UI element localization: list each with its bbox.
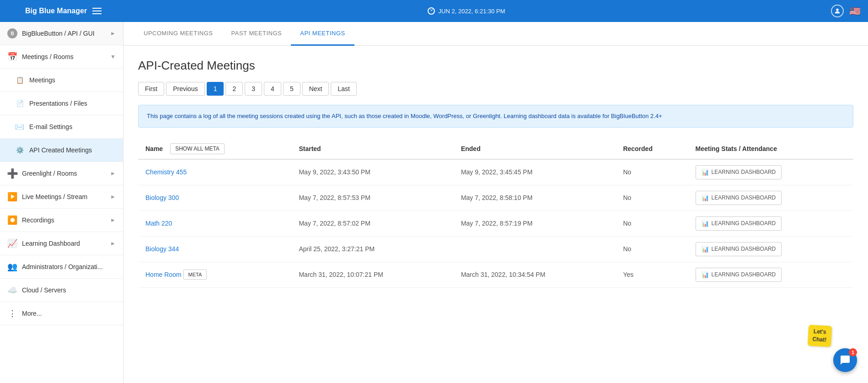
chevron-right-icon-3: ► [110, 194, 116, 200]
sidebar-label-recordings: Recordings [22, 216, 106, 224]
meta-button[interactable]: META [183, 270, 207, 280]
presentations-icon: 📄 [15, 98, 25, 108]
meeting-name-link[interactable]: Math 220 [145, 220, 172, 227]
sidebar-item-meetings[interactable]: 📋 Meetings [0, 69, 123, 92]
meeting-name-link[interactable]: Chemistry 455 [145, 168, 187, 176]
layout: B BigBlueButton / API / GUI ► 📅 Meetings… [0, 22, 868, 383]
page-content: API-Created Meetings First Previous 1 2 … [123, 46, 868, 301]
table-cell-ended: May 9, 2022, 3:45:45 PM [454, 159, 616, 185]
sidebar-label-email: E-mail Settings [29, 123, 116, 130]
chevron-down-icon: ▼ [110, 54, 116, 60]
table-cell-dashboard: 📊 LEARNING DASHBOARD [688, 210, 853, 236]
table-cell-dashboard: 📊 LEARNING DASHBOARD [688, 185, 853, 210]
pagination-last[interactable]: Last [331, 82, 356, 96]
meetings-table: Name SHOW ALL META Started Ended Recorde… [138, 139, 853, 288]
user-account-icon[interactable] [831, 5, 844, 17]
bar-chart-icon: 📊 [702, 194, 709, 201]
greenlight-icon: ➕ [7, 168, 17, 178]
pagination-page-1[interactable]: 1 [207, 82, 224, 96]
table-cell-name: Chemistry 455 [138, 159, 291, 185]
sidebar-item-cloud-servers[interactable]: ☁️ Cloud / Servers [0, 279, 123, 302]
bar-chart-icon: 📊 [702, 169, 709, 176]
sidebar-label-more: More... [22, 310, 116, 317]
sidebar: B BigBlueButton / API / GUI ► 📅 Meetings… [0, 22, 123, 383]
top-nav-left: 👤 Big Blue Manager [7, 5, 102, 17]
pagination-page-5[interactable]: 5 [283, 82, 300, 96]
table-cell-started: May 7, 2022, 8:57:53 PM [291, 185, 453, 210]
sidebar-item-greenlight[interactable]: ➕ Greenlight / Rooms ► [0, 162, 123, 185]
pagination-page-3[interactable]: 3 [245, 82, 262, 96]
learning-dashboard-button[interactable]: 📊 LEARNING DASHBOARD [696, 268, 782, 282]
meeting-name-link[interactable]: Biology 344 [145, 245, 179, 253]
table-cell-ended: May 7, 2022, 8:58:10 PM [454, 185, 616, 210]
sidebar-item-email-settings[interactable]: ✉️ E-mail Settings [0, 115, 123, 139]
info-text: This page contains a log of all the meet… [147, 113, 662, 119]
sidebar-label-greenlight: Greenlight / Rooms [22, 170, 106, 177]
sidebar-label-bigbluebutton: BigBlueButton / API / GUI [22, 30, 106, 37]
main-content: UPCOMING MEETINGS PAST MEETINGS API MEET… [123, 22, 868, 383]
meeting-name-link[interactable]: Home Room [145, 271, 182, 278]
table-row: Math 220May 7, 2022, 8:57:02 PMMay 7, 20… [138, 210, 853, 236]
bar-chart-icon: 📊 [702, 246, 709, 253]
chevron-right-icon-2: ► [110, 170, 116, 177]
table-cell-recorded: No [616, 210, 688, 236]
info-box: This page contains a log of all the meet… [138, 105, 853, 128]
th-meeting-stats: Meeting Stats / Attendance [688, 139, 853, 159]
admin-icon: 👥 [7, 262, 17, 272]
chat-bubble-button[interactable]: 1 [833, 348, 857, 372]
table-cell-name: Home RoomMETA [138, 262, 291, 287]
sidebar-item-more[interactable]: ⋮ More... [0, 302, 123, 325]
sidebar-item-bigbluebutton[interactable]: B BigBlueButton / API / GUI ► [0, 22, 123, 45]
pagination-previous[interactable]: Previous [166, 82, 204, 96]
chevron-right-icon-5: ► [110, 240, 116, 247]
flag-icon[interactable]: 🇺🇸 [849, 5, 861, 16]
sidebar-item-live-meetings[interactable]: ▶️ Live Meetings / Stream ► [0, 185, 123, 209]
sidebar-item-meetings-rooms[interactable]: 📅 Meetings / Rooms ▼ [0, 45, 123, 69]
pagination-next[interactable]: Next [302, 82, 329, 96]
pagination-page-4[interactable]: 4 [264, 82, 281, 96]
learning-dashboard-button[interactable]: 📊 LEARNING DASHBOARD [696, 216, 782, 231]
meeting-name-link[interactable]: Biology 300 [145, 194, 179, 201]
table-cell-name: Biology 300 [138, 185, 291, 210]
table-cell-recorded: Yes [616, 262, 688, 287]
show-all-meta-button[interactable]: SHOW ALL META [170, 143, 225, 154]
learning-dashboard-button[interactable]: 📊 LEARNING DASHBOARD [696, 242, 782, 256]
table-cell-started: March 31, 2022, 10:07:21 PM [291, 262, 453, 287]
tab-api-meetings[interactable]: API MEETINGS [291, 22, 354, 46]
lets-chat-sticker[interactable]: Let's Chat! [808, 325, 832, 347]
tab-upcoming-meetings[interactable]: UPCOMING MEETINGS [134, 22, 222, 46]
more-icon: ⋮ [7, 308, 17, 318]
chevron-right-icon-4: ► [110, 217, 116, 223]
bbb-icon: B [7, 28, 17, 38]
th-ended: Ended [454, 139, 616, 159]
learning-dashboard-button[interactable]: 📊 LEARNING DASHBOARD [696, 191, 782, 205]
sidebar-item-presentations[interactable]: 📄 Presentations / Files [0, 92, 123, 115]
table-cell-ended [454, 236, 616, 262]
api-icon: ⚙️ [15, 145, 25, 155]
sidebar-label-api: API Created Meetings [29, 146, 116, 154]
th-started: Started [291, 139, 453, 159]
calendar-icon: 📅 [7, 52, 17, 62]
sidebar-item-learning-dashboard[interactable]: 📈 Learning Dashboard ► [0, 232, 123, 255]
table-body: Chemistry 455May 9, 2022, 3:43:50 PMMay … [138, 159, 853, 288]
table-cell-dashboard: 📊 LEARNING DASHBOARD [688, 236, 853, 262]
pagination-first[interactable]: First [138, 82, 164, 96]
brand-name: Big Blue Manager [25, 7, 87, 15]
sidebar-label-admin: Administrators / Organizati... [22, 263, 116, 270]
th-recorded: Recorded [616, 139, 688, 159]
sidebar-item-recordings[interactable]: ⏺️ Recordings ► [0, 209, 123, 232]
table-cell-ended: March 31, 2022, 10:34:54 PM [454, 262, 616, 287]
hamburger-menu-icon[interactable] [92, 8, 102, 14]
brand-user-icon: 👤 [7, 5, 20, 17]
tab-past-meetings[interactable]: PAST MEETINGS [222, 22, 291, 46]
table-cell-started: April 25, 2022, 3:27:21 PM [291, 236, 453, 262]
learning-dashboard-button[interactable]: 📊 LEARNING DASHBOARD [696, 165, 782, 179]
pagination: First Previous 1 2 3 4 5 Next Last [138, 82, 853, 96]
sidebar-item-administrators[interactable]: 👥 Administrators / Organizati... [0, 255, 123, 279]
dashboard-icon: 📈 [7, 238, 17, 248]
datetime-text: JUN 2, 2022, 6:21:30 PM [439, 8, 505, 15]
sidebar-item-api-meetings[interactable]: ⚙️ API Created Meetings [0, 139, 123, 162]
live-icon: ▶️ [7, 192, 17, 202]
table-cell-dashboard: 📊 LEARNING DASHBOARD [688, 159, 853, 185]
pagination-page-2[interactable]: 2 [225, 82, 243, 96]
